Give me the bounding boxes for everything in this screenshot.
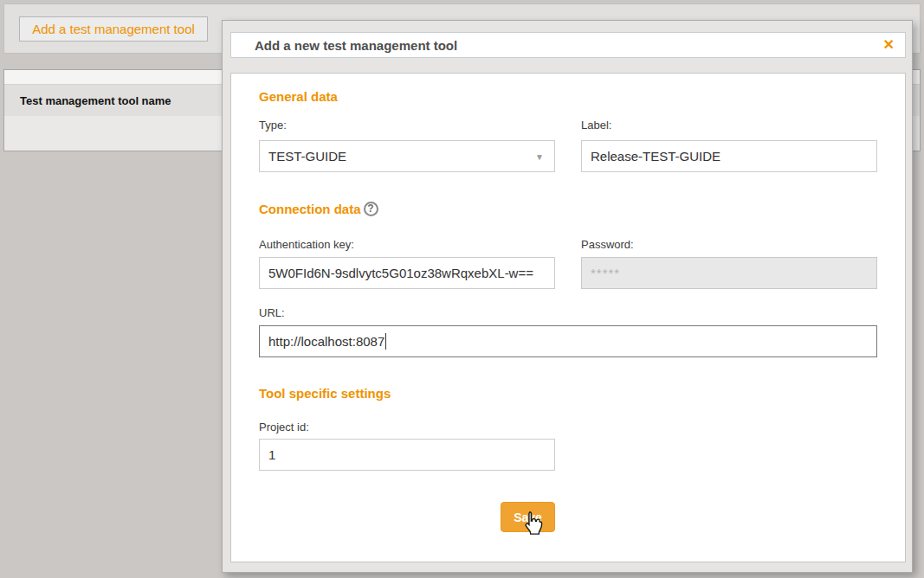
general-data-heading: General data [259, 90, 877, 103]
project-id-label: Project id: [259, 421, 555, 434]
dialog-header: Add a new test management tool ✕ [230, 32, 906, 58]
dialog-body: General data Type: TEST-GUIDE ▼ Label: C… [230, 73, 906, 562]
project-id-input[interactable] [259, 439, 555, 471]
url-input-value: http://localhost:8087 [268, 334, 384, 349]
connection-data-heading-text: Connection data [259, 202, 361, 215]
type-select-value: TEST-GUIDE [268, 149, 346, 164]
type-field-group: Type: TEST-GUIDE ▼ [259, 103, 555, 172]
label-field-group: Label: [581, 103, 877, 172]
close-icon[interactable]: ✕ [883, 38, 895, 52]
label-label: Label: [581, 119, 877, 132]
text-caret [385, 333, 386, 350]
url-field-group: URL: http://localhost:8087 [259, 289, 877, 357]
help-icon[interactable]: ? [364, 202, 378, 216]
tool-specific-settings-heading: Tool specific settings [259, 387, 877, 400]
auth-key-field-group: Authentication key: [259, 216, 555, 289]
dialog-title: Add a new test management tool [255, 38, 883, 53]
add-test-management-tool-button[interactable]: Add a test management tool [19, 16, 208, 42]
project-id-field-group: Project id: [259, 400, 555, 471]
label-input[interactable] [581, 140, 877, 172]
chevron-down-icon: ▼ [535, 151, 544, 161]
url-label: URL: [259, 306, 877, 319]
password-label: Password: [581, 238, 877, 251]
save-button[interactable]: Save [501, 502, 555, 532]
column-header-tool-name: Test management tool name [4, 94, 171, 107]
connection-data-heading: Connection data ? [259, 202, 877, 216]
type-select[interactable]: TEST-GUIDE ▼ [259, 140, 555, 172]
add-tool-dialog: Add a new test management tool ✕ General… [222, 20, 913, 573]
auth-key-label: Authentication key: [259, 238, 555, 251]
password-input [581, 257, 877, 289]
save-row: Save [259, 502, 877, 532]
password-field-group: Password: [581, 216, 877, 289]
url-input[interactable]: http://localhost:8087 [259, 325, 877, 357]
type-label: Type: [259, 119, 555, 132]
auth-key-input[interactable] [259, 257, 555, 289]
